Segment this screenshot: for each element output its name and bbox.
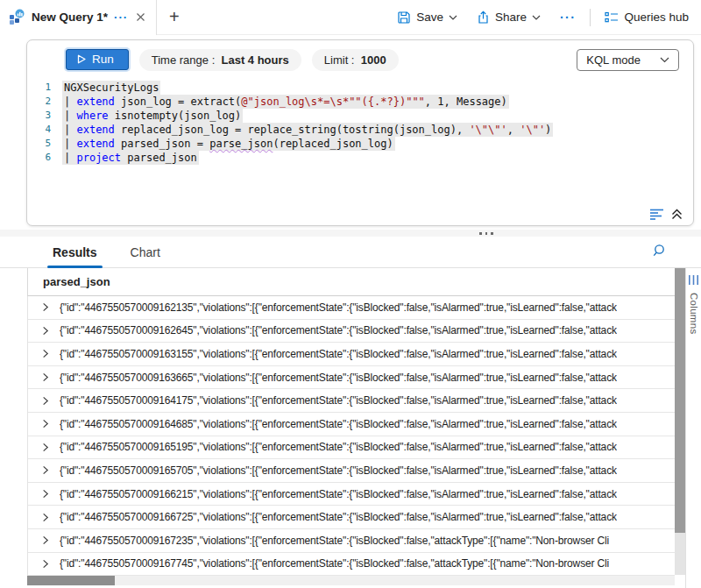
code-line: 2| extend json_log = extract(@"json_log\… [27,95,693,109]
tab-results[interactable]: Results [53,237,97,268]
table-row[interactable]: {"id":"4467550570009167745","violations"… [28,553,675,577]
expand-row-icon[interactable] [40,372,60,382]
expand-row-icon[interactable] [40,489,60,499]
time-range-pill[interactable]: Time range : Last 4 hours [139,49,301,71]
column-header-parsed-json[interactable]: parsed_json [43,275,110,288]
limit-label: Limit : [324,53,355,67]
save-icon [397,11,411,25]
query-tab[interactable]: New Query 1* ··· [0,0,157,35]
more-actions-button[interactable]: ··· [560,11,577,25]
code-line: 6| project parsed_json [27,151,693,165]
row-json-value: {"id":"4467550570009162135","violations"… [60,301,617,314]
save-button[interactable]: Save [397,11,457,25]
share-icon [477,11,490,25]
table-row[interactable]: {"id":"4467550570009163155","violations"… [28,343,675,366]
expand-row-icon[interactable] [40,396,60,406]
expand-row-icon[interactable] [40,443,60,452]
queries-hub-label: Queries hub [624,11,689,24]
table-row[interactable]: {"id":"4467550570009165195","violations"… [28,436,675,460]
kql-code-editor[interactable]: 1NGXSecurityLogs2| extend json_log = ext… [27,79,693,225]
line-number: 5 [27,137,62,151]
table-row[interactable]: {"id":"4467550570009166215","violations"… [28,483,675,507]
new-tab-button[interactable]: + [169,7,180,27]
limit-pill[interactable]: Limit : 1000 [312,49,399,71]
line-number: 2 [27,95,62,109]
splitter-drag-handle[interactable] [479,232,493,235]
line-number: 1 [27,81,62,95]
row-json-value: {"id":"4467550570009167745","violations"… [60,557,609,570]
tab-more-button[interactable]: ··· [114,11,128,24]
run-label: Run [92,53,114,66]
vertical-scrollbar-thumb[interactable] [675,268,685,533]
table-row[interactable]: {"id":"4467550570009162135","violations"… [28,296,675,320]
time-range-label: Time range : [152,53,216,67]
query-tab-bar: New Query 1* ··· + Save [0,0,701,35]
table-row[interactable]: {"id":"4467550570009163665","violations"… [28,366,675,390]
table-row[interactable]: {"id":"4467550570009164685","violations"… [28,413,675,436]
row-json-value: {"id":"4467550570009164685","violations"… [60,418,617,430]
row-json-value: {"id":"4467550570009163665","violations"… [60,372,617,384]
query-toolbar: Run Time range : Last 4 hours Limit : 10… [27,40,693,79]
run-button[interactable]: Run [66,49,129,70]
line-number: 4 [27,123,62,137]
query-editor-card: Run Time range : Last 4 hours Limit : 10… [26,39,694,226]
expand-row-icon[interactable] [40,465,60,475]
queries-hub-icon [605,11,619,24]
tab-chart[interactable]: Chart [131,237,160,268]
query-mode-select[interactable]: KQL mode [577,49,679,71]
table-row[interactable]: {"id":"4467550570009166725","violations"… [28,506,675,529]
line-number: 3 [27,109,62,123]
row-json-value: {"id":"4467550570009163155","violations"… [60,348,617,360]
code-line: 5| extend parsed_json = parse_json(repla… [27,137,693,151]
results-tab-bar: Results Chart [0,237,701,268]
columns-icon [688,274,699,286]
tab-close-icon[interactable] [134,12,147,22]
expand-row-icon[interactable] [40,535,60,545]
search-results-icon[interactable] [653,244,668,259]
table-row[interactable]: {"id":"4467550570009162645","violations"… [28,320,675,344]
row-json-value: {"id":"4467550570009165195","violations"… [60,441,617,453]
query-mode-value: KQL mode [586,53,641,67]
horizontal-scrollbar-thumb[interactable] [27,576,115,585]
expand-row-icon[interactable] [40,513,60,522]
columns-panel-label: Columns [689,293,699,334]
grid-header-row[interactable]: parsed_json [27,268,675,296]
row-json-value: {"id":"4467550570009164175","violations"… [60,394,617,407]
results-rows: {"id":"4467550570009162135","violations"… [27,296,675,577]
results-grid: parsed_json {"id":"4467550570009162135",… [0,268,701,588]
code-line: 1NGXSecurityLogs [27,81,693,95]
share-button[interactable]: Share [477,11,541,25]
expand-row-icon[interactable] [40,559,60,569]
chevron-down-icon [660,57,669,63]
grid-right-rail: Columns [675,268,701,588]
table-row[interactable]: {"id":"4467550570009164175","violations"… [28,389,675,413]
chevron-down-icon [532,15,541,20]
expand-row-icon[interactable] [40,419,60,429]
line-number: 6 [27,151,62,165]
code-line: 3| where isnotempty(json_log) [27,109,693,123]
row-json-value: {"id":"4467550570009165705","violations"… [60,464,617,477]
chevron-down-icon [449,15,457,20]
query-summary-icon[interactable] [649,209,664,220]
header-divider [590,9,591,26]
expand-row-icon[interactable] [40,326,60,336]
expand-row-icon[interactable] [40,302,60,312]
row-json-value: {"id":"4467550570009162645","violations"… [60,324,617,337]
columns-panel-tab[interactable]: Columns [686,268,701,334]
row-json-value: {"id":"4467550570009167235","violations"… [60,535,609,547]
expand-row-icon[interactable] [40,349,60,358]
vertical-scrollbar[interactable] [675,268,685,575]
row-json-value: {"id":"4467550570009166725","violations"… [60,511,617,523]
limit-value: 1000 [361,53,386,67]
table-row[interactable]: {"id":"4467550570009167235","violations"… [28,529,675,553]
columns-tool-strip: Columns [685,268,701,588]
table-row[interactable]: {"id":"4467550570009165705","violations"… [28,459,675,483]
code-line: 4| extend replaced_json_log = replace_st… [27,123,693,137]
time-range-value: Last 4 hours [222,53,289,67]
row-json-value: {"id":"4467550570009166215","violations"… [60,488,617,500]
collapse-panel-icon[interactable] [671,208,683,220]
save-label: Save [416,11,443,24]
queries-hub-button[interactable]: Queries hub [605,11,689,24]
panel-splitter[interactable] [0,230,701,237]
horizontal-scrollbar[interactable] [27,576,675,585]
